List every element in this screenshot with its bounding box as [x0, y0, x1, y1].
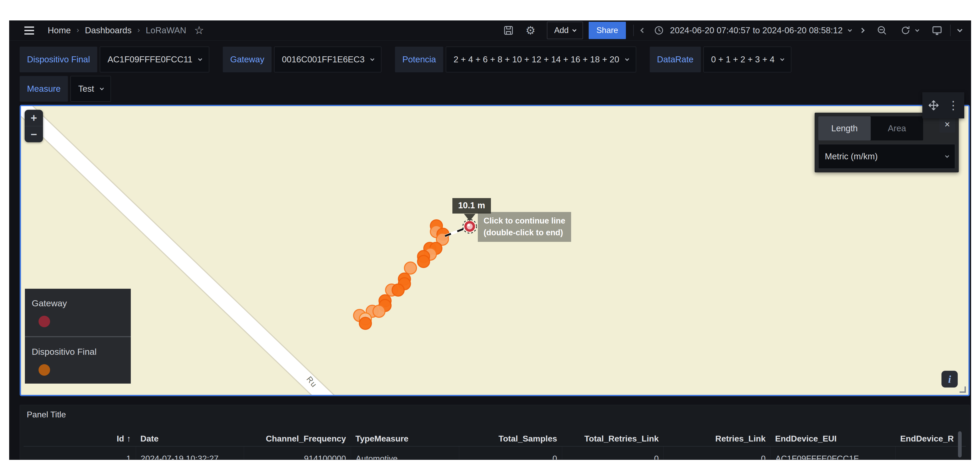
device-point	[404, 262, 417, 274]
time-forward-chevron-icon[interactable]	[860, 29, 864, 32]
measure-tab-area[interactable]: Area	[871, 116, 923, 140]
measure-tooltip-arrow	[464, 214, 476, 221]
chevron-down-icon	[572, 27, 576, 32]
divider	[950, 25, 951, 36]
variable-value-dropdown[interactable]: Test	[70, 76, 111, 102]
variable-chip: DataRate0 + 1 + 2 + 3 + 4	[650, 47, 792, 72]
chevron-down-icon	[625, 57, 629, 61]
add-button[interactable]: Add	[547, 22, 583, 39]
refresh-interval-chevron-icon[interactable]	[916, 29, 919, 32]
device-point	[373, 305, 385, 317]
map-attribution-button[interactable]: i	[942, 371, 958, 388]
table-cell: 0	[562, 447, 663, 460]
table-panel: Panel Title Id↑DateChannel_FrequencyType…	[20, 405, 970, 460]
menu-icon[interactable]	[24, 27, 34, 35]
chevron-down-icon	[780, 57, 784, 61]
column-header-total_samples[interactable]: Total_Samples	[459, 431, 562, 446]
divider	[633, 25, 634, 36]
map-legend: GatewayDispositivo Final	[25, 289, 131, 383]
variable-value-text: AC1F09FFFE0FCC11	[107, 54, 192, 64]
table-row[interactable]: 12024-07-19 10:32:27914100000Automotive0…	[24, 447, 966, 460]
variable-value-text: Test	[78, 84, 94, 94]
variable-value-dropdown[interactable]: 0 + 1 + 2 + 3 + 4	[703, 47, 791, 72]
column-header-enddevice_r[interactable]: EndDevice_R	[895, 431, 966, 446]
column-header-total_retries_link[interactable]: Total_Retries_Link	[562, 431, 663, 446]
chevron-down-icon	[198, 57, 202, 61]
time-range-text: 2024-06-20 07:40:57 to 2024-06-20 08:58:…	[670, 25, 843, 35]
breadcrumb-dashboards[interactable]: Dashboards	[85, 25, 132, 35]
table-cell: 2024-07-19 10:32:27	[136, 447, 244, 460]
table-cell	[895, 447, 966, 460]
variable-chip: MeasureTest	[20, 76, 111, 102]
variable-label: Dispositivo Final	[20, 47, 97, 72]
measure-close-button[interactable]: ×	[939, 116, 955, 133]
column-header-label: Total_Retries_Link	[584, 434, 659, 444]
column-header-date[interactable]: Date	[136, 431, 244, 446]
variable-value-dropdown[interactable]: AC1F09FFFE0FCC11	[100, 47, 209, 72]
column-header-label: Id	[117, 434, 124, 444]
column-header-enddevice_eui[interactable]: EndDevice_EUI	[770, 431, 895, 446]
dashboard-settings-icon[interactable]: ⚙	[525, 25, 536, 36]
breadcrumb: Home › Dashboards › LoRaWAN	[48, 25, 186, 35]
panel-move-handle-icon[interactable]	[928, 99, 940, 111]
zoom-out-time-icon[interactable]	[877, 25, 888, 36]
clock-icon	[654, 25, 664, 36]
table-cell: 0	[459, 447, 562, 460]
data-table: Id↑DateChannel_FrequencyTypeMeasureTotal…	[24, 431, 966, 460]
column-header-label: EndDevice_EUI	[775, 434, 837, 444]
legend-color-dot	[38, 316, 50, 327]
variable-value-text: 0 + 1 + 2 + 3 + 4	[711, 54, 775, 64]
add-button-label: Add	[554, 26, 568, 35]
measure-tab-length[interactable]: Length	[818, 116, 871, 140]
legend-color-dot	[38, 364, 50, 376]
variable-label: Measure	[20, 76, 68, 102]
column-header-label: Channel_Frequency	[266, 434, 346, 444]
measure-distance-tooltip: 10.1 m	[452, 198, 491, 213]
refresh-icon[interactable]	[900, 25, 911, 36]
device-point	[360, 317, 371, 329]
map-canvas[interactable]: Ru + − LengthArea × Metric (m/km) Gatewa…	[21, 106, 969, 395]
favorite-star-icon[interactable]: ☆	[194, 25, 204, 36]
variable-label: Potencia	[395, 47, 443, 72]
breadcrumb-home[interactable]: Home	[48, 25, 71, 35]
legend-item: Gateway	[25, 289, 131, 336]
save-dashboard-icon[interactable]	[503, 25, 514, 36]
variable-value-dropdown[interactable]: 0016C001FF1E6EC3	[274, 47, 381, 72]
column-header-id[interactable]: Id↑	[24, 431, 136, 446]
breadcrumb-separator-icon: ›	[137, 25, 140, 34]
measure-marker-highlight	[467, 224, 470, 226]
kiosk-mode-icon[interactable]	[931, 25, 943, 36]
share-button[interactable]: Share	[589, 22, 626, 39]
panel-resize-handle[interactable]	[959, 386, 966, 393]
variable-label: Gateway	[223, 47, 272, 72]
panel-menu-kebab-icon[interactable]: ⋮	[948, 100, 959, 111]
top-navbar: Home › Dashboards › LoRaWAN ☆ ⚙ Add Shar…	[9, 21, 971, 41]
measure-hint-tooltip: Click to continue line (double-click to …	[478, 212, 571, 242]
measure-tabs: LengthArea	[818, 116, 923, 140]
column-header-typemeasure[interactable]: TypeMeasure	[351, 431, 459, 446]
variable-value-dropdown[interactable]: 2 + 4 + 6 + 8 + 10 + 12 + 14 + 16 + 18 +…	[446, 47, 636, 72]
column-header-label: Date	[140, 434, 159, 444]
table-header-row: Id↑DateChannel_FrequencyTypeMeasureTotal…	[24, 431, 966, 447]
chevron-down-icon	[370, 57, 375, 61]
panel-hover-toolbar: ⋮	[922, 92, 964, 118]
time-range-picker[interactable]: 2024-06-20 07:40:57 to 2024-06-20 08:58:…	[654, 25, 851, 36]
table-body: 12024-07-19 10:32:27914100000Automotive0…	[24, 447, 966, 460]
measure-unit-select[interactable]: Metric (m/km)	[818, 144, 955, 169]
time-back-chevron-icon[interactable]	[641, 29, 645, 32]
table-cell: 1	[24, 447, 136, 460]
map-zoom-control: + −	[25, 110, 43, 142]
column-header-channel_frequency[interactable]: Channel_Frequency	[244, 431, 351, 446]
zoom-in-button[interactable]: +	[25, 110, 43, 126]
column-header-label: EndDevice_R	[900, 434, 954, 444]
table-scrollbar-thumb[interactable]	[958, 431, 962, 458]
variable-chip: Potencia2 + 4 + 6 + 8 + 10 + 12 + 14 + 1…	[395, 47, 636, 72]
column-header-retries_link[interactable]: Retries_Link	[663, 431, 770, 446]
measure-tool-overlay: LengthArea × Metric (m/km)	[815, 113, 959, 172]
measure-hint-line2: (double-click to end)	[484, 227, 565, 239]
zoom-out-button[interactable]: −	[25, 126, 43, 142]
navbar-more-chevron-icon[interactable]	[958, 29, 962, 32]
table-cell: 914100000	[244, 447, 351, 460]
panel-title[interactable]: Panel Title	[20, 405, 969, 420]
measure-hint-line1: Click to continue line	[484, 215, 565, 227]
